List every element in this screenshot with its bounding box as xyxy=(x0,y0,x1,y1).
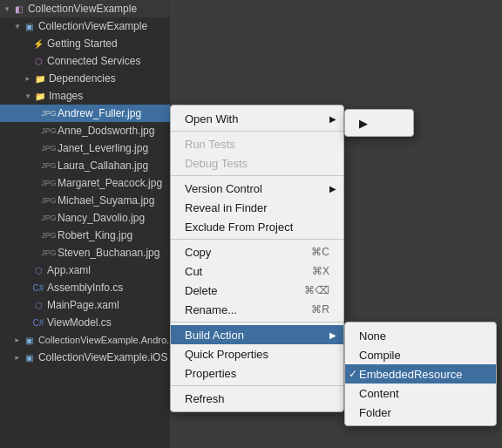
xaml-icon: ⬡ xyxy=(31,298,45,312)
jpg-icon: JPG xyxy=(42,211,56,225)
tree-item-janet[interactable]: JPG Janet_Leverling.jpg xyxy=(0,139,170,157)
tree-item-assembly[interactable]: C# AssemblyInfo.cs xyxy=(0,279,170,296)
submenu-arrow-icon: ▶ xyxy=(329,114,336,124)
separator-2 xyxy=(171,175,343,176)
menu-item-exclude-from-project[interactable]: Exclude From Project xyxy=(171,217,343,236)
tree-item-mainpage[interactable]: ⬡ MainPage.xaml xyxy=(0,296,170,314)
tree-item-android[interactable]: ▼ ▣ CollectionViewExample.Andro... xyxy=(0,331,170,349)
shortcut-cut: ⌘X xyxy=(312,265,329,277)
menu-item-label: Quick Properties xyxy=(185,348,268,361)
submenu-item-folder[interactable]: Folder xyxy=(345,403,496,422)
jpg-icon: JPG xyxy=(42,193,56,207)
tree-item-robert[interactable]: JPG Robert_King.jpg xyxy=(0,227,170,244)
tree-item-label: CollectionViewExample xyxy=(28,3,137,15)
menu-item-label: Debug Tests xyxy=(185,157,248,170)
tree-item-label: Laura_Callahan.jpg xyxy=(58,160,148,172)
separator-5 xyxy=(171,385,343,386)
menu-item-delete[interactable]: Delete ⌘⌫ xyxy=(171,281,343,300)
submenu-item-label: None xyxy=(359,329,386,343)
jpg-icon: JPG xyxy=(42,141,56,155)
tree-item-viewmodel[interactable]: C# ViewModel.cs xyxy=(0,314,170,331)
jpg-icon: JPG xyxy=(42,106,56,120)
shortcut-copy: ⌘C xyxy=(311,246,329,258)
submenu-open-with: ▶ xyxy=(344,109,414,137)
chevron-icon: ▼ xyxy=(3,5,10,13)
project-icon: ▣ xyxy=(23,333,37,347)
submenu-item-embedded-resource[interactable]: ✓ EmbeddedResource xyxy=(345,364,496,384)
submenu-item-compile[interactable]: Compile xyxy=(345,345,496,364)
menu-item-label: Cut xyxy=(185,265,202,278)
submenu-item-label: ▶ xyxy=(359,117,368,130)
tree-item-label: Margaret_Peacock.jpg xyxy=(58,177,162,189)
tree-item-app-xaml[interactable]: ⬡ App.xaml xyxy=(0,261,170,279)
tree-item-ios[interactable]: ▼ ▣ CollectionViewExample.iOS xyxy=(0,349,170,366)
tree-item-images[interactable]: ▼ 📁 Images xyxy=(0,87,170,105)
tree-item-dependencies[interactable]: ▼ 📁 Dependencies xyxy=(0,70,170,87)
menu-item-properties[interactable]: Properties xyxy=(171,363,343,383)
chevron-icon: ▼ xyxy=(24,75,31,82)
menu-item-version-control[interactable]: Version Control ▶ xyxy=(171,179,343,198)
gear-icon: ⚡ xyxy=(31,37,45,51)
shortcut-rename: ⌘R xyxy=(311,303,329,316)
chevron-icon: ▼ xyxy=(13,336,21,343)
xaml-icon: ⬡ xyxy=(31,263,45,277)
tree-item-steven[interactable]: JPG Steven_Buchanan.jpg xyxy=(0,244,170,261)
menu-item-refresh[interactable]: Refresh xyxy=(171,389,343,408)
tree-item-label: Connected Services xyxy=(47,55,140,67)
menu-item-label: Open With xyxy=(185,112,238,126)
folder-icon: 📁 xyxy=(33,89,47,103)
submenu-item-label: Compile xyxy=(359,349,401,362)
submenu-item-content[interactable]: Content xyxy=(345,384,496,403)
separator-1 xyxy=(171,131,343,132)
project-icon: ▣ xyxy=(23,350,37,364)
tree-item-andrew-fuller[interactable]: JPG Andrew_Fuller.jpg xyxy=(0,105,170,122)
submenu-item-none[interactable]: None xyxy=(345,326,496,345)
submenu-item-label: Folder xyxy=(359,406,391,419)
menu-item-open-with[interactable]: Open With ▶ ▶ xyxy=(171,109,343,128)
cs-icon: C# xyxy=(31,316,45,329)
tree-item-label: CollectionViewExample.iOS xyxy=(38,351,168,363)
project-icon: ▣ xyxy=(23,19,37,33)
tree-item-margaret[interactable]: JPG Margaret_Peacock.jpg xyxy=(0,174,170,192)
chevron-icon: ▼ xyxy=(24,92,31,100)
tree-item-label: App.xaml xyxy=(47,264,91,276)
menu-item-cut[interactable]: Cut ⌘X xyxy=(171,261,343,281)
tree-item-connected-services[interactable]: ⬡ Connected Services xyxy=(0,52,170,70)
tree-item-laura[interactable]: JPG Laura_Callahan.jpg xyxy=(0,157,170,174)
tree-item-label: CollectionViewExample xyxy=(38,20,147,32)
menu-item-rename[interactable]: Rename... ⌘R xyxy=(171,300,343,319)
tree-item-solution[interactable]: ▼ ◧ CollectionViewExample xyxy=(0,0,170,17)
tree-item-label: Michael_Suyama.jpg xyxy=(58,194,154,207)
tree-item-nancy[interactable]: JPG Nancy_Davolio.jpg xyxy=(0,209,170,227)
cs-icon: C# xyxy=(31,281,45,295)
tree-item-michael[interactable]: JPG Michael_Suyama.jpg xyxy=(0,192,170,209)
jpg-icon: JPG xyxy=(42,159,56,173)
menu-item-build-action[interactable]: Build Action ▶ None Compile ✓ EmbeddedRe… xyxy=(171,325,343,344)
jpg-icon: JPG xyxy=(42,124,56,138)
tree-item-anne[interactable]: JPG Anne_Dodsworth.jpg xyxy=(0,122,170,139)
submenu-item-arrow[interactable]: ▶ xyxy=(345,113,413,132)
tree-item-label: AssemblyInfo.cs xyxy=(47,282,123,294)
tree-item-label: Robert_King.jpg xyxy=(58,229,132,241)
separator-4 xyxy=(171,322,343,322)
menu-item-quick-properties[interactable]: Quick Properties xyxy=(171,344,343,363)
tree-item-project-main[interactable]: ▼ ▣ CollectionViewExample xyxy=(0,17,170,35)
tree-item-label: ViewModel.cs xyxy=(47,316,112,329)
menu-item-copy[interactable]: Copy ⌘C xyxy=(171,242,343,261)
tree-item-label: Images xyxy=(49,90,83,102)
folder-icon: 📁 xyxy=(33,71,47,85)
menu-item-reveal-in-finder[interactable]: Reveal in Finder xyxy=(171,198,343,217)
submenu-arrow-icon: ▶ xyxy=(329,330,336,340)
menu-item-debug-tests: Debug Tests xyxy=(171,153,343,173)
chevron-icon: ▼ xyxy=(14,23,21,31)
jpg-icon: JPG xyxy=(42,176,56,190)
context-menu: Open With ▶ ▶ Run Tests Debug Tests Vers… xyxy=(170,105,344,412)
tree-item-getting-started[interactable]: ⚡ Getting Started xyxy=(0,35,170,52)
menu-item-label: Exclude From Project xyxy=(185,221,293,234)
tree-item-label: Andrew_Fuller.jpg xyxy=(58,107,141,119)
tree-item-label: CollectionViewExample.Andro... xyxy=(38,335,170,345)
tree-item-label: Dependencies xyxy=(49,72,116,85)
sidebar: ▼ ◧ CollectionViewExample ▼ ▣ Collection… xyxy=(0,0,170,448)
chevron-icon: ▼ xyxy=(13,354,21,361)
tree-item-label: Nancy_Davolio.jpg xyxy=(58,212,145,224)
